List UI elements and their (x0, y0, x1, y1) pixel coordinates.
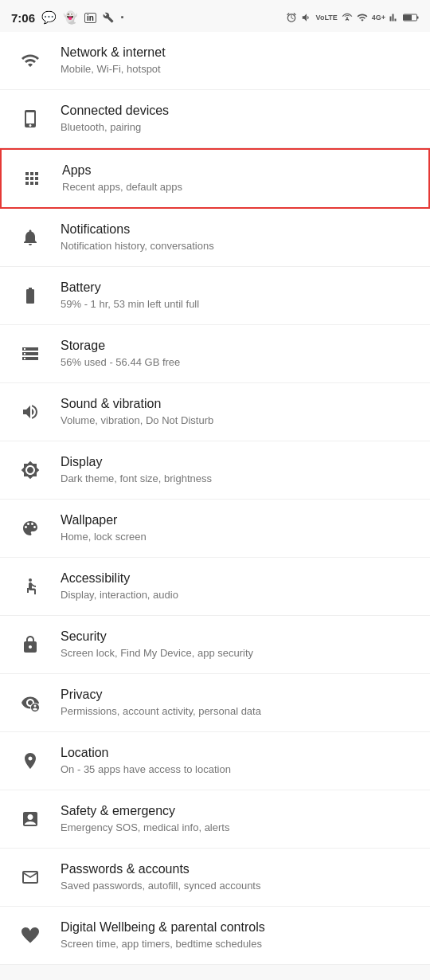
safety-title: Safety & emergency (61, 803, 417, 820)
settings-item-apps[interactable]: Apps Recent apps, default apps (0, 148, 430, 209)
location-subtitle: On - 35 apps have access to location (61, 763, 417, 777)
storage-title: Storage (61, 338, 417, 355)
apps-text: Apps Recent apps, default apps (62, 163, 416, 194)
wellbeing-icon (13, 918, 48, 953)
battery-text: Battery 59% - 1 hr, 53 min left until fu… (61, 280, 417, 312)
connected-devices-icon (13, 101, 48, 136)
display-subtitle: Dark theme, font size, brightness (61, 472, 417, 486)
apps-subtitle: Recent apps, default apps (62, 181, 416, 194)
wallpaper-text: Wallpaper Home, lock screen (61, 512, 417, 544)
notifications-text: Notifications Notification history, conv… (61, 221, 417, 253)
status-right: VoLTE 4G+ (286, 12, 419, 23)
settings-item-notifications[interactable]: Notifications Notification history, conv… (0, 209, 430, 267)
settings-item-wellbeing[interactable]: Digital Wellbeing & parental controls Sc… (0, 907, 430, 965)
svg-point-3 (29, 578, 32, 582)
accessibility-text: Accessibility Display, interaction, audi… (61, 570, 417, 602)
settings-item-network[interactable]: Network & internet Mobile, Wi-Fi, hotspo… (0, 32, 430, 90)
storage-subtitle: 56% used - 56.44 GB free (61, 356, 417, 370)
accessibility-subtitle: Display, interaction, audio (61, 589, 417, 602)
battery-icon (403, 13, 419, 22)
settings-item-battery[interactable]: Battery 59% - 1 hr, 53 min left until fu… (0, 267, 430, 325)
privacy-title: Privacy (61, 687, 417, 704)
network-title: Network & internet (61, 45, 417, 61)
battery-title: Battery (61, 280, 417, 296)
network-icon (13, 43, 48, 78)
notifications-subtitle: Notification history, conversations (61, 240, 417, 253)
wellbeing-subtitle: Screen time, app timers, bedtime schedul… (61, 938, 417, 951)
location-text: Location On - 35 apps have access to loc… (61, 745, 417, 777)
storage-text: Storage 56% used - 56.44 GB free (61, 338, 417, 370)
display-icon (13, 453, 48, 488)
network-text: Network & internet Mobile, Wi-Fi, hotspo… (61, 45, 417, 76)
wellbeing-title: Digital Wellbeing & parental controls (61, 919, 417, 936)
wallpaper-icon (13, 511, 48, 546)
location-icon (13, 743, 48, 778)
settings-item-safety[interactable]: Safety & emergency Emergency SOS, medica… (0, 790, 430, 849)
sound-subtitle: Volume, vibration, Do Not Disturb (61, 414, 417, 428)
status-bar: 7:06 💬 👻 in · VoLTE 4G+ (0, 0, 430, 32)
settings-item-sound[interactable]: Sound & vibration Volume, vibration, Do … (0, 383, 430, 441)
tools-icon (103, 12, 114, 23)
settings-item-security[interactable]: Security Screen lock, Find My Device, ap… (0, 616, 430, 674)
settings-item-storage[interactable]: Storage 56% used - 56.44 GB free (0, 325, 430, 383)
linkedin-icon: in (84, 13, 96, 23)
accessibility-title: Accessibility (61, 570, 417, 587)
lte-icon: 4G+ (372, 14, 385, 22)
privacy-text: Privacy Permissions, account activity, p… (61, 687, 417, 719)
security-icon (13, 627, 48, 662)
alarm-icon (286, 12, 297, 23)
storage-icon (13, 336, 48, 371)
battery-settings-icon (13, 278, 48, 313)
privacy-icon (13, 685, 48, 720)
dot-icon: · (120, 10, 124, 26)
sound-text: Sound & vibration Volume, vibration, Do … (61, 396, 417, 428)
security-title: Security (61, 629, 417, 645)
apps-title: Apps (62, 163, 416, 179)
whatsapp-icon: 💬 (41, 10, 57, 25)
sound-title: Sound & vibration (61, 396, 417, 413)
svg-rect-2 (417, 17, 419, 19)
status-left: 7:06 💬 👻 in · (11, 10, 124, 26)
settings-item-wallpaper[interactable]: Wallpaper Home, lock screen (0, 500, 430, 558)
safety-subtitle: Emergency SOS, medical info, alerts (61, 821, 417, 835)
apps-icon (14, 161, 49, 196)
dolby-icon (301, 12, 312, 23)
sound-icon (13, 394, 48, 429)
settings-item-passwords[interactable]: Passwords & accounts Saved passwords, au… (0, 849, 430, 907)
network-bars-icon (389, 12, 399, 23)
passwords-title: Passwords & accounts (61, 861, 417, 878)
security-subtitle: Screen lock, Find My Device, app securit… (61, 647, 417, 661)
volte-icon: VoLTE (316, 14, 338, 22)
accessibility-icon (13, 569, 48, 604)
passwords-icon (13, 860, 48, 895)
time: 7:06 (11, 11, 35, 25)
settings-item-location[interactable]: Location On - 35 apps have access to loc… (0, 732, 430, 790)
safety-text: Safety & emergency Emergency SOS, medica… (61, 803, 417, 835)
location-title: Location (61, 745, 417, 762)
display-text: Display Dark theme, font size, brightnes… (61, 454, 417, 486)
settings-item-privacy[interactable]: Privacy Permissions, account activity, p… (0, 674, 430, 732)
wallpaper-subtitle: Home, lock screen (61, 531, 417, 544)
settings-item-display[interactable]: Display Dark theme, font size, brightnes… (0, 441, 430, 500)
snapchat-icon: 👻 (63, 10, 78, 25)
notifications-title: Notifications (61, 221, 417, 238)
settings-list: Network & internet Mobile, Wi-Fi, hotspo… (0, 32, 430, 965)
connected-devices-subtitle: Bluetooth, pairing (61, 121, 417, 135)
wellbeing-text: Digital Wellbeing & parental controls Sc… (61, 919, 417, 951)
svg-rect-1 (404, 15, 412, 21)
security-text: Security Screen lock, Find My Device, ap… (61, 629, 417, 661)
safety-icon (13, 802, 48, 837)
settings-item-accessibility[interactable]: Accessibility Display, interaction, audi… (0, 558, 430, 616)
wallpaper-title: Wallpaper (61, 512, 417, 529)
network-subtitle: Mobile, Wi-Fi, hotspot (61, 63, 417, 76)
battery-subtitle: 59% - 1 hr, 53 min left until full (61, 298, 417, 312)
passwords-subtitle: Saved passwords, autofill, synced accoun… (61, 880, 417, 893)
settings-item-connected-devices[interactable]: Connected devices Bluetooth, pairing (0, 90, 430, 148)
connected-devices-title: Connected devices (61, 103, 417, 120)
connected-devices-text: Connected devices Bluetooth, pairing (61, 103, 417, 135)
passwords-text: Passwords & accounts Saved passwords, au… (61, 861, 417, 893)
privacy-subtitle: Permissions, account activity, personal … (61, 705, 417, 719)
notifications-icon (13, 220, 48, 255)
display-title: Display (61, 454, 417, 471)
signal-icon (357, 12, 368, 23)
